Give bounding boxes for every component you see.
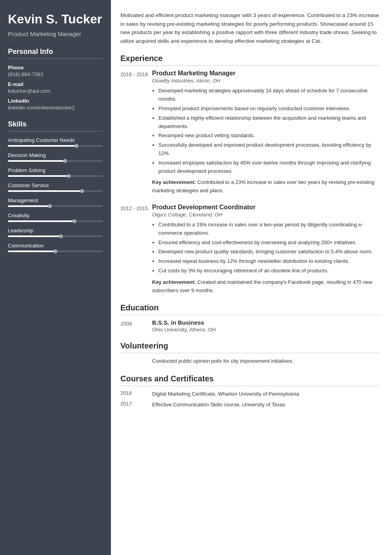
entry-company: GlowBy Industries, Akron, OH [152,78,380,84]
education-school: Ohio University, Athens, OH [152,327,216,333]
course-name: Digital Marketing Certificate, Wharton U… [152,390,299,398]
skill-bar-dot [67,174,71,178]
education-section: Education 2009B.S.S. in BusinessOhio Uni… [120,303,380,333]
skill-bar-fill [8,160,65,162]
skill-item: Leadership [8,228,103,237]
personal-info-heading: Personal Info [8,48,103,59]
entry-content: Product Marketing ManagerGlowBy Industri… [152,70,380,195]
skill-item: Creativity [8,212,103,222]
skill-name: Leadership [8,228,103,233]
skills-heading: Skills [8,120,103,132]
education-degree: B.S.S. in Business [152,319,216,326]
skill-bar-fill [8,205,50,207]
education-year: 2009 [120,319,152,333]
summary-text: Motivated and efficient product marketin… [120,11,380,45]
skill-bar-fill [8,251,55,252]
bullet-item: Developed marketing strategies approxima… [158,87,380,103]
skill-item: Decision Making [8,152,103,162]
email-value: kstucker@aol.com [8,88,103,94]
skill-name: Anticipating Customer Needs [8,137,103,143]
skill-bar-fill [8,235,61,237]
skill-bar-dot [63,159,67,163]
skill-item: Management [8,197,103,207]
skill-bar-dot [80,189,84,193]
entry-bullets: Developed marketing strategies approxima… [152,87,380,175]
skill-name: Customer Service [8,182,103,188]
bullet-item: Established a highly-efficient relations… [158,114,380,131]
skill-bar-fill [8,175,69,177]
course-year: 2018 [120,390,152,398]
skill-name: Management [8,197,103,203]
skill-bar-background [8,190,103,192]
skill-bar-dot [74,144,78,148]
skill-bar-background [8,175,103,177]
skill-bar-dot [72,219,76,223]
skills-list: Anticipating Customer NeedsDecision Maki… [8,137,103,252]
bullet-item: Ensured efficiency and cost-effectivenes… [158,239,380,247]
skill-bar-fill [8,220,74,222]
entry-job-title: Product Development Coordinator [152,204,380,211]
experience-heading: Experience [120,54,380,66]
skill-bar-dot [53,249,57,253]
entry-dates: 2012 - 2015 [120,204,152,295]
bullet-item: Contributed to a 19% increase in sales o… [158,221,380,237]
education-entry: 2009B.S.S. in BusinessOhio University, A… [120,319,380,333]
bullet-item: Successfully developed and improved prod… [158,141,380,158]
skill-name: Problem Solving [8,167,103,173]
experience-entry: 2016 - 2019Product Marketing ManagerGlow… [120,70,380,195]
skill-bar-background [8,235,103,237]
entry-bullets: Contributed to a 19% increase in sales o… [152,221,380,275]
entry-company: Olga's Cottage, Cleveland, OH [152,212,380,218]
volunteering-heading: Volunteering [120,341,380,353]
bullet-item: Cut costs by 3% by encouraging retiremen… [158,267,380,275]
volunteering-section: Volunteering Conducted public opinion po… [120,341,380,366]
skill-bar-fill [8,145,76,147]
skill-name: Decision Making [8,152,103,158]
skill-bar-background [8,145,103,147]
sidebar: Kevin S. Tucker Product Marketing Manage… [0,0,111,555]
skill-bar-background [8,220,103,222]
key-achievement: Key achievement: Contributed to a 23% in… [152,178,380,195]
skill-item: Communication [8,243,103,252]
bullet-item: Increased repeat business by 12% through… [158,257,380,266]
skill-bar-dot [48,204,52,208]
phone-value: (818) 884-7383 [8,71,103,77]
skill-name: Communication [8,243,103,249]
bullet-item: Prompted product improvements based on r… [158,105,380,113]
courses-section: Courses and Certificates 2018Digital Mar… [120,374,380,409]
skill-bar-background [8,205,103,207]
education-heading: Education [120,303,380,315]
volunteering-text: Conducted public opinion polls for city … [152,357,380,366]
skill-item: Customer Service [8,182,103,192]
entry-job-title: Product Marketing Manager [152,70,380,77]
candidate-name: Kevin S. Tucker [8,12,103,27]
entry-content: Product Development CoordinatorOlga's Co… [152,204,380,295]
skill-name: Creativity [8,212,103,218]
experience-entry: 2012 - 2015Product Development Coordinat… [120,204,380,295]
bullet-item: Developed new product quality standards,… [158,248,380,256]
key-achievement: Key achievement: Created and maintained … [152,278,380,295]
course-name: Effective Communication Skills course, U… [152,401,285,409]
experience-section: Experience 2016 - 2019Product Marketing … [120,54,380,295]
skill-item: Problem Solving [8,167,103,177]
skill-bar-dot [59,234,63,238]
linkedin-label: LinkedIn [8,98,103,104]
course-entry: 2018Digital Marketing Certificate, Whart… [120,390,380,398]
course-entry: 2017Effective Communication Skills cours… [120,401,380,409]
bullet-item: Revamped new product vetting standards. [158,132,380,140]
linkedin-value: linkedin.com/in/kevinstucker2 [8,105,103,111]
course-year: 2017 [120,401,152,409]
bullet-item: Increased employee satisfaction by 45% o… [158,159,380,176]
skill-bar-background [8,160,103,162]
phone-label: Phone [8,65,103,71]
skill-bar-fill [8,190,82,192]
education-content: B.S.S. in BusinessOhio University, Athen… [152,319,216,333]
courses-heading: Courses and Certificates [120,374,380,386]
main-content: Motivated and efficient product marketin… [111,0,392,555]
personal-info-block: Phone (818) 884-7383 E-mail kstucker@aol… [8,65,103,111]
candidate-title: Product Marketing Manager [8,30,103,38]
email-label: E-mail [8,81,103,87]
entry-dates: 2016 - 2019 [120,70,152,195]
skill-bar-background [8,251,103,252]
skill-item: Anticipating Customer Needs [8,137,103,147]
